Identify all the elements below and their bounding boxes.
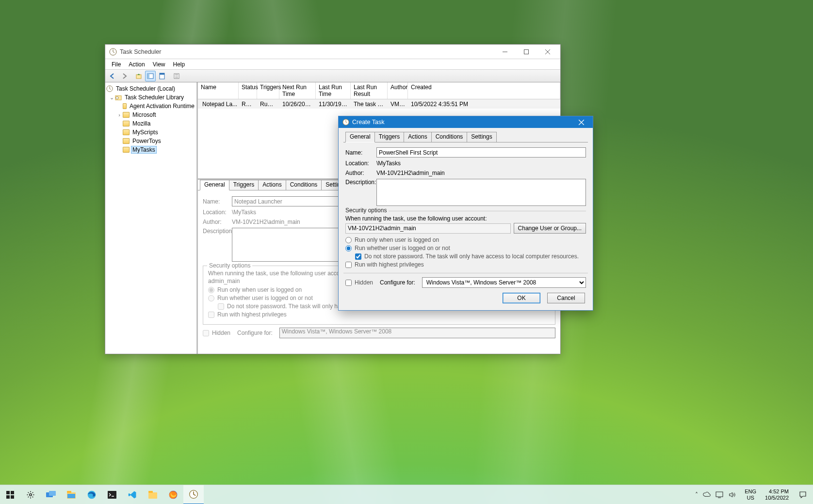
files-icon[interactable] <box>143 485 163 504</box>
nav-forward-button[interactable] <box>119 71 130 81</box>
firefox-icon[interactable] <box>163 485 183 504</box>
volume-icon[interactable] <box>728 491 736 499</box>
tree-root[interactable]: Task Scheduler (Local) <box>115 85 176 92</box>
configure-label: Configure for: <box>380 279 415 286</box>
menu-view[interactable]: View <box>149 61 169 68</box>
menu-action[interactable]: Action <box>125 61 148 68</box>
nav-back-button[interactable] <box>107 71 118 81</box>
hidden-check[interactable] <box>345 280 352 286</box>
name-input[interactable] <box>376 147 586 158</box>
tab-actions[interactable]: Actions <box>258 180 286 190</box>
location-value: \MyTasks <box>232 208 256 216</box>
ok-button[interactable]: OK <box>503 293 540 303</box>
tab-conditions[interactable]: Conditions <box>286 180 322 190</box>
menu-help[interactable]: Help <box>170 61 189 68</box>
security-legend: Security options <box>207 262 252 269</box>
highest-check[interactable] <box>345 262 352 268</box>
run-logged-radio[interactable] <box>345 237 352 243</box>
security-line: When running the task, use the following… <box>345 215 586 222</box>
taskscheduler-taskbar-icon[interactable] <box>183 485 204 504</box>
tab-general[interactable]: General <box>200 180 229 190</box>
cancel-button[interactable]: Cancel <box>547 293 585 303</box>
vscode-icon[interactable] <box>122 485 143 504</box>
change-user-button[interactable]: Change User or Group... <box>514 223 586 234</box>
author-label: Author: <box>203 219 232 225</box>
tree-item[interactable]: MyScripts <box>131 129 159 136</box>
properties-button[interactable] <box>157 71 167 81</box>
tab-general[interactable]: General <box>345 132 375 142</box>
run-whether-radio[interactable] <box>345 245 352 252</box>
onedrive-icon[interactable] <box>703 491 711 499</box>
col-name[interactable]: Name <box>198 82 239 99</box>
settings-icon[interactable] <box>20 485 41 504</box>
description-input[interactable] <box>376 179 586 206</box>
terminal-icon[interactable] <box>102 485 122 504</box>
toggle-pane-button[interactable] <box>145 71 156 81</box>
col-author[interactable]: Author <box>388 82 408 99</box>
clock[interactable]: 4:52 PM10/5/2022 <box>762 488 792 501</box>
author-label: Author: <box>345 170 376 176</box>
expand-toggle[interactable]: › <box>116 112 123 118</box>
tree-item[interactable]: Microsoft <box>131 111 157 118</box>
location-label: Location: <box>203 209 232 216</box>
action-center-icon[interactable] <box>795 485 811 504</box>
svg-rect-4 <box>147 74 149 79</box>
location-label: Location: <box>345 160 376 167</box>
col-triggers[interactable]: Triggers <box>257 82 279 99</box>
svg-rect-22 <box>67 494 75 498</box>
nopass-check[interactable] <box>355 253 361 260</box>
explorer-icon[interactable] <box>61 485 81 504</box>
configure-select: Windows Vista™, Windows Server™ 2008 <box>279 328 555 338</box>
svg-rect-6 <box>160 73 164 75</box>
tab-conditions[interactable]: Conditions <box>431 132 468 142</box>
tree-item-selected[interactable]: MyTasks <box>131 146 156 153</box>
dialog-titlebar[interactable]: Create Task <box>339 116 593 128</box>
col-last[interactable]: Last Run Time <box>316 82 351 99</box>
taskbar[interactable]: ˄ ENGUS 4:52 PM10/5/2022 <box>0 485 813 504</box>
tree-item[interactable]: Mozilla <box>131 120 151 127</box>
expand-toggle[interactable]: ⌄ <box>108 94 115 101</box>
taskview-icon[interactable] <box>41 485 61 504</box>
task-row[interactable]: Notepad La... Ready Runs ... 10/26/2022 … <box>198 99 560 109</box>
col-result[interactable]: Last Run Result <box>351 82 388 99</box>
configure-select[interactable]: Windows Vista™, Windows Server™ 2008 <box>422 277 586 288</box>
vm-icon[interactable] <box>715 491 723 499</box>
run-logged-radio <box>208 287 214 293</box>
tray-chevron-icon[interactable]: ˄ <box>695 491 698 498</box>
folder-icon <box>123 121 130 126</box>
language-indicator[interactable]: ENGUS <box>742 488 759 501</box>
user-account-box: VM-10V21H2\admin_main <box>345 223 511 234</box>
folder-icon <box>123 112 130 118</box>
start-button[interactable] <box>0 485 20 504</box>
tab-triggers[interactable]: Triggers <box>374 132 405 142</box>
up-button[interactable] <box>133 71 144 81</box>
svg-rect-25 <box>148 492 157 499</box>
refresh-button[interactable] <box>171 71 182 81</box>
tab-actions[interactable]: Actions <box>404 132 431 142</box>
tray[interactable]: ˄ <box>692 491 739 499</box>
col-created[interactable]: Created <box>408 82 560 99</box>
folder-icon <box>123 103 127 109</box>
cell-status: Ready <box>239 100 257 108</box>
tree-item[interactable]: PowerToys <box>131 138 162 144</box>
tab-settings[interactable]: Settings <box>467 132 496 142</box>
dialog-title: Create Task <box>352 119 384 126</box>
titlebar[interactable]: Task Scheduler <box>105 45 560 59</box>
toolbar <box>105 70 560 82</box>
dialog-close-button[interactable] <box>571 116 591 128</box>
edge-icon[interactable] <box>81 485 102 504</box>
minimize-button[interactable] <box>494 45 516 59</box>
maximize-button[interactable] <box>516 45 537 59</box>
svg-rect-26 <box>148 491 153 493</box>
tab-triggers[interactable]: Triggers <box>229 180 259 190</box>
grid-header: Name Status Triggers Next Run Time Last … <box>198 82 560 99</box>
cell-name: Notepad La... <box>202 101 237 108</box>
clock-icon <box>109 48 117 56</box>
tree-item[interactable]: Agent Activation Runtime <box>129 103 195 110</box>
close-button[interactable] <box>537 45 558 59</box>
col-next[interactable]: Next Run Time <box>279 82 316 99</box>
menu-file[interactable]: File <box>108 61 124 68</box>
nav-tree[interactable]: Task Scheduler (Local) ⌄ Task Scheduler … <box>105 82 197 354</box>
tree-library[interactable]: Task Scheduler Library <box>124 94 185 101</box>
col-status[interactable]: Status <box>239 82 257 99</box>
